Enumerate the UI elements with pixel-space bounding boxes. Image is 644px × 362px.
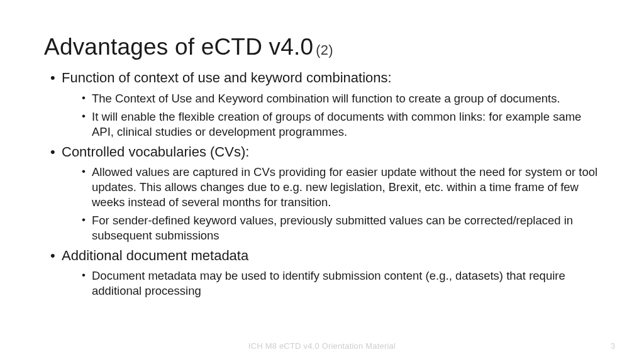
sub-list: Document metadata may be used to identif…: [62, 268, 600, 298]
list-item: Allowed values are captured in CVs provi…: [62, 165, 600, 209]
title-suffix: (2): [316, 42, 333, 58]
bullet-list: Function of context of use and keyword c…: [44, 69, 600, 299]
list-item-label: Function of context of use and keyword c…: [62, 70, 392, 85]
list-item: Document metadata may be used to identif…: [62, 268, 600, 298]
list-item-label: For sender-defined keyword values, previ…: [92, 214, 573, 242]
sub-list: Allowed values are captured in CVs provi…: [62, 165, 600, 243]
sub-list: The Context of Use and Keyword combinati…: [62, 91, 600, 140]
title-main: Advantages of eCTD v4.0: [44, 34, 313, 60]
list-item: For sender-defined keyword values, previ…: [62, 213, 600, 243]
list-item-label: Document metadata may be used to identif…: [92, 269, 565, 297]
list-item-label: Additional document metadata: [62, 248, 248, 263]
list-item: It will enable the flexible creation of …: [62, 109, 600, 139]
page-number: 3: [611, 341, 615, 351]
list-item-label: Controlled vocabularies (CVs):: [62, 144, 249, 160]
list-item-label: Allowed values are captured in CVs provi…: [92, 165, 597, 208]
list-item: The Context of Use and Keyword combinati…: [62, 91, 600, 106]
list-item: Function of context of use and keyword c…: [44, 69, 600, 140]
list-item-label: The Context of Use and Keyword combinati…: [92, 92, 560, 105]
list-item: Controlled vocabularies (CVs): Allowed v…: [44, 143, 600, 243]
list-item-label: It will enable the flexible creation of …: [92, 110, 581, 138]
slide-title: Advantages of eCTD v4.0(2): [44, 34, 600, 60]
footer-text: ICH M8 eCTD v4.0 Orientation Material: [0, 341, 644, 351]
slide: Advantages of eCTD v4.0(2) Function of c…: [0, 0, 644, 362]
list-item: Additional document metadata Document me…: [44, 247, 600, 299]
